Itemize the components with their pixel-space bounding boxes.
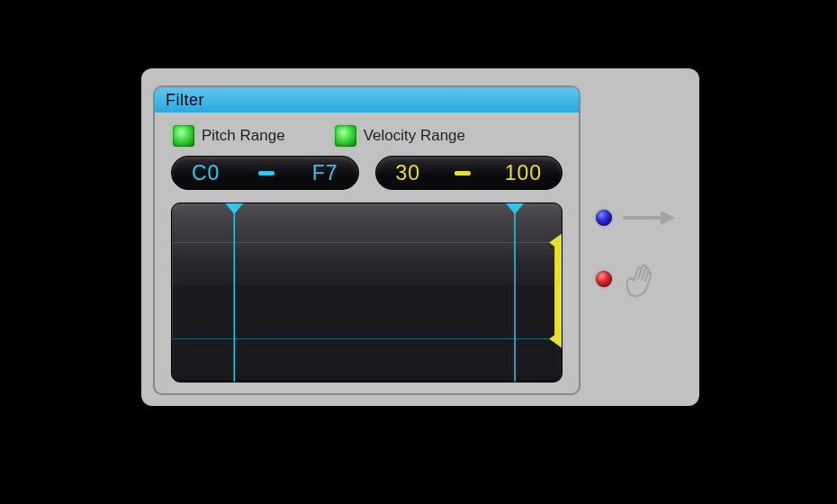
svg-rect-0 <box>172 243 562 339</box>
pitch-low-value: C0 <box>192 161 220 185</box>
velocity-range-display[interactable]: 30 100 <box>375 156 563 190</box>
pitch-range-label: Pitch Range <box>202 127 285 145</box>
velocity-range-label: Velocity Range <box>364 127 465 145</box>
displays-row: C0 F7 30 100 <box>155 147 579 190</box>
velocity-toggle-group: Velocity Range <box>335 125 465 147</box>
svg-marker-3 <box>225 203 243 214</box>
pitch-range-display[interactable]: C0 F7 <box>171 156 359 190</box>
pitch-toggle-group: Pitch Range <box>173 125 285 147</box>
svg-marker-9 <box>661 211 675 225</box>
filter-panel: Filter Pitch Range Velocity Range C0 F7 … <box>153 86 580 395</box>
arrow-right-icon <box>623 205 677 230</box>
velocity-range-toggle[interactable] <box>335 125 356 147</box>
velocity-low-value: 30 <box>396 161 421 185</box>
svg-marker-4 <box>506 203 524 214</box>
output-led-red[interactable] <box>596 271 612 287</box>
panel-title-bar: Filter <box>155 87 579 112</box>
velocity-high-value: 100 <box>505 161 542 185</box>
pitch-range-toggle[interactable] <box>173 125 194 147</box>
hand-icon <box>621 261 664 301</box>
pitch-high-value: F7 <box>312 161 338 185</box>
range-graph-svg <box>172 203 562 382</box>
dash-icon <box>454 171 471 176</box>
dash-icon <box>258 171 274 176</box>
svg-rect-7 <box>554 243 562 339</box>
range-graph[interactable] <box>171 202 562 382</box>
toggles-row: Pitch Range Velocity Range <box>155 112 579 147</box>
panel-title: Filter <box>166 91 204 110</box>
output-led-blue[interactable] <box>596 210 612 226</box>
